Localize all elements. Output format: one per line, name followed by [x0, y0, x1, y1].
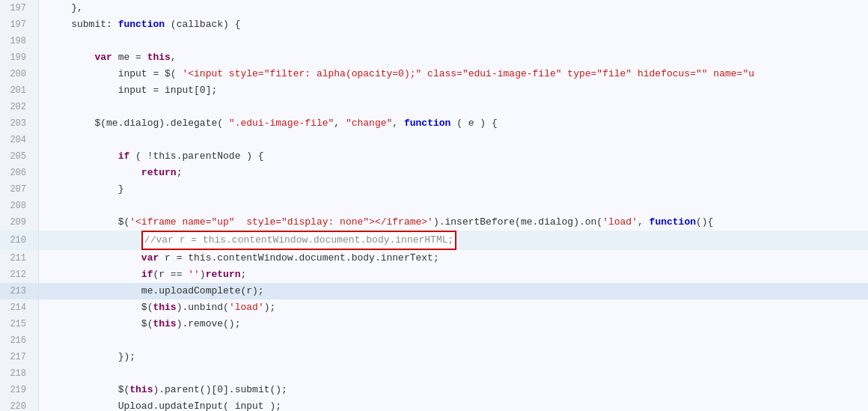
code-line-highlighted: 213 me.uploadComplete(r);	[0, 283, 868, 299]
line-content: $(me.dialog).delegate( ".edui-image-file…	[39, 115, 868, 132]
line-content: return;	[39, 165, 868, 181]
line-number: 214	[0, 299, 39, 316]
code-line: 218	[0, 365, 868, 382]
line-content: var me = this,	[39, 49, 868, 66]
code-line: 198	[0, 33, 868, 49]
code-line: 219 $(this).parent()[0].submit();	[0, 382, 868, 398]
line-number: 208	[0, 198, 39, 214]
code-line: 208	[0, 198, 868, 214]
line-content: },	[39, 0, 868, 16]
line-content: $(this).remove();	[39, 316, 868, 332]
line-number: 199	[0, 49, 39, 66]
line-content: $('<iframe name="up" style="display: non…	[39, 214, 868, 231]
line-number: 216	[0, 332, 39, 349]
line-content: $(this).unbind('load');	[39, 299, 868, 316]
code-editor: 197 }, 197 submit: function (callback) {…	[0, 0, 868, 411]
code-line: 197 submit: function (callback) {	[0, 16, 868, 33]
code-line: 200 input = $( '<input style="filter: al…	[0, 66, 868, 82]
line-number: 205	[0, 148, 39, 165]
line-content: if ( !this.parentNode ) {	[39, 148, 868, 165]
code-line: 215 $(this).remove();	[0, 316, 868, 332]
code-line: 212 if(r == '')return;	[0, 267, 868, 283]
code-line: 197 },	[0, 0, 868, 16]
code-line: 202	[0, 99, 868, 115]
line-number: 219	[0, 382, 39, 398]
line-content: input = input[0];	[39, 82, 868, 99]
line-content: }	[39, 181, 868, 198]
code-area: 197 }, 197 submit: function (callback) {…	[0, 0, 868, 411]
code-line: 204	[0, 132, 868, 148]
line-number: 201	[0, 82, 39, 99]
line-number: 213	[0, 283, 39, 299]
line-number: 197	[0, 16, 39, 33]
line-number: 210	[0, 231, 39, 250]
line-content: var r = this.contentWindow.document.body…	[39, 250, 868, 267]
code-line: 201 input = input[0];	[0, 82, 868, 99]
line-number: 215	[0, 316, 39, 332]
line-number: 200	[0, 66, 39, 82]
line-number: 217	[0, 349, 39, 365]
line-content: });	[39, 349, 868, 365]
line-number: 207	[0, 181, 39, 198]
line-number: 211	[0, 250, 39, 267]
code-line: 203 $(me.dialog).delegate( ".edui-image-…	[0, 115, 868, 132]
line-content: if(r == '')return;	[39, 267, 868, 283]
code-line: 205 if ( !this.parentNode ) {	[0, 148, 868, 165]
line-content: $(this).parent()[0].submit();	[39, 382, 868, 398]
code-line: 220 Upload.updateInput( input );	[0, 398, 868, 411]
code-line: 211 var r = this.contentWindow.document.…	[0, 250, 868, 267]
code-line: 206 return;	[0, 165, 868, 181]
code-line: 199 var me = this,	[0, 49, 868, 66]
line-content: me.uploadComplete(r);	[39, 283, 868, 299]
code-line: 216	[0, 332, 868, 349]
line-content: submit: function (callback) {	[39, 16, 868, 33]
line-number: 202	[0, 99, 39, 115]
line-number: 220	[0, 398, 39, 411]
line-content: input = $( '<input style="filter: alpha(…	[39, 66, 868, 82]
line-content: //var r = this.contentWindow.document.bo…	[39, 231, 868, 250]
line-number: 209	[0, 214, 39, 231]
code-line-boxed: 210 //var r = this.contentWindow.documen…	[0, 231, 868, 250]
line-content: Upload.updateInput( input );	[39, 398, 868, 411]
line-number: 218	[0, 365, 39, 382]
code-line: 214 $(this).unbind('load');	[0, 299, 868, 316]
line-number: 204	[0, 132, 39, 148]
code-line: 207 }	[0, 181, 868, 198]
line-number: 203	[0, 115, 39, 132]
code-line: 217 });	[0, 349, 868, 365]
line-number: 197	[0, 0, 39, 16]
line-number: 198	[0, 33, 39, 49]
code-line: 209 $('<iframe name="up" style="display:…	[0, 214, 868, 231]
line-number: 206	[0, 165, 39, 181]
line-number: 212	[0, 267, 39, 283]
